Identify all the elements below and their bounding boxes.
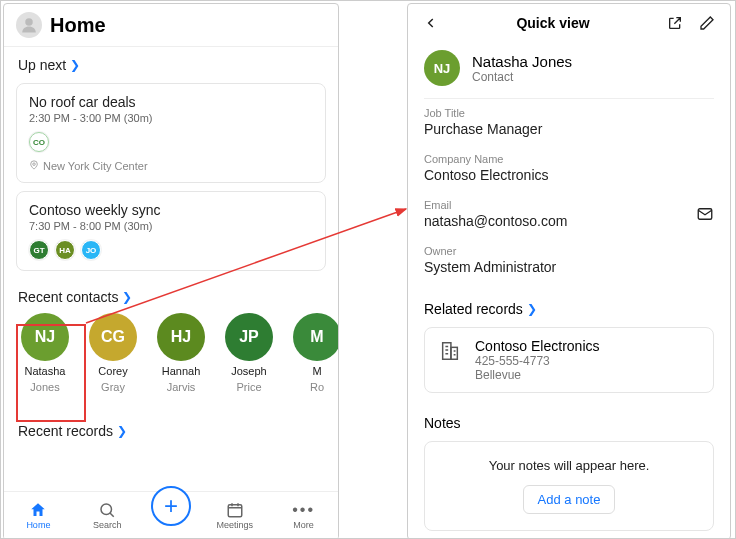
notes-section: Notes xyxy=(408,397,730,437)
recent-contacts-label: Recent contacts xyxy=(18,289,118,305)
field-email: Email natasha@contoso.com xyxy=(408,191,730,237)
nav-meetings[interactable]: Meetings xyxy=(210,501,260,530)
field-job: Job Title Purchase Manager xyxy=(408,99,730,145)
contact-last: Price xyxy=(236,381,261,393)
nav-home[interactable]: Home xyxy=(13,501,63,530)
field-owner: Owner System Administrator xyxy=(408,237,730,283)
field-value: System Administrator xyxy=(424,259,714,275)
quick-view-header: Quick view xyxy=(408,4,730,42)
contact-last: Ro xyxy=(310,381,324,393)
nav-search[interactable]: Search xyxy=(82,501,132,530)
svg-rect-3 xyxy=(228,505,242,517)
contact-first: Corey xyxy=(98,365,127,377)
event-card[interactable]: Contoso weekly sync 7:30 PM - 8:00 PM (3… xyxy=(16,191,326,271)
field-label: Job Title xyxy=(424,107,714,119)
contact-type: Contact xyxy=(472,70,572,84)
related-records-label: Related records xyxy=(424,301,523,317)
location-pin-icon xyxy=(29,160,39,172)
attendee-chip: GT xyxy=(29,240,49,260)
record-card[interactable]: Contoso Electronics 425-555-4773 Bellevu… xyxy=(424,327,714,393)
event-card[interactable]: No roof car deals 2:30 PM - 3:00 PM (30m… xyxy=(16,83,326,183)
contact-first: M xyxy=(312,365,321,377)
related-records-section[interactable]: Related records ❯ xyxy=(408,283,730,323)
svg-rect-6 xyxy=(451,347,457,359)
recent-records-label: Recent records xyxy=(18,423,113,439)
page-title: Home xyxy=(50,14,106,37)
contact-first: Natasha xyxy=(25,365,66,377)
contact-item[interactable]: JP Joseph Price xyxy=(222,313,276,393)
quick-view-screen: Quick view NJ Natasha Jones Contact Job … xyxy=(407,3,731,539)
notes-card: Your notes will appear here. Add a note xyxy=(424,441,714,531)
contact-first: Hannah xyxy=(162,365,201,377)
contact-item[interactable]: M M Ro xyxy=(290,313,338,393)
nav-more-label: More xyxy=(293,520,314,530)
chevron-right-icon: ❯ xyxy=(527,302,537,316)
field-label: Email xyxy=(424,199,567,211)
chevron-right-icon: ❯ xyxy=(70,58,80,72)
add-note-button[interactable]: Add a note xyxy=(523,485,616,514)
recent-contacts-section[interactable]: Recent contacts ❯ xyxy=(4,279,338,311)
contact-item[interactable]: HJ Hannah Jarvis xyxy=(154,313,208,393)
chevron-right-icon: ❯ xyxy=(117,424,127,438)
event-time: 2:30 PM - 3:00 PM (30m) xyxy=(29,112,313,124)
contact-name: Natasha Jones xyxy=(472,53,572,70)
building-icon xyxy=(437,338,463,364)
edit-icon[interactable] xyxy=(698,14,716,32)
record-phone: 425-555-4773 xyxy=(475,354,600,368)
attendee-chip: CO xyxy=(29,132,49,152)
field-value: natasha@contoso.com xyxy=(424,213,567,229)
chevron-right-icon: ❯ xyxy=(122,290,132,304)
home-header: Home xyxy=(4,4,338,47)
user-avatar[interactable] xyxy=(16,12,42,38)
contact-item[interactable]: CG Corey Gray xyxy=(86,313,140,393)
field-value: Purchase Manager xyxy=(424,121,714,137)
more-icon: ••• xyxy=(292,501,315,519)
contact-header: NJ Natasha Jones Contact xyxy=(408,42,730,98)
contact-item[interactable]: NJ Natasha Jones xyxy=(18,313,72,393)
open-external-icon[interactable] xyxy=(666,14,684,32)
contact-first: Joseph xyxy=(231,365,266,377)
svg-point-0 xyxy=(25,18,33,26)
home-screen: Home Up next ❯ No roof car deals 2:30 PM… xyxy=(3,3,339,539)
nav-meetings-label: Meetings xyxy=(217,520,254,530)
event-location: New York City Center xyxy=(43,160,148,172)
contact-avatar: CG xyxy=(89,313,137,361)
svg-rect-5 xyxy=(443,343,451,360)
notes-label: Notes xyxy=(424,415,461,431)
field-value: Contoso Electronics xyxy=(424,167,714,183)
contact-avatar: JP xyxy=(225,313,273,361)
event-title: No roof car deals xyxy=(29,94,313,110)
up-next-section[interactable]: Up next ❯ xyxy=(4,47,338,79)
record-city: Bellevue xyxy=(475,368,600,382)
contact-avatar-large: NJ xyxy=(424,50,460,86)
mail-icon[interactable] xyxy=(696,205,714,223)
back-button[interactable] xyxy=(422,14,440,32)
nav-search-label: Search xyxy=(93,520,122,530)
contact-avatar: HJ xyxy=(157,313,205,361)
notes-empty-text: Your notes will appear here. xyxy=(441,458,697,473)
field-company: Company Name Contoso Electronics xyxy=(408,145,730,191)
recent-records-section[interactable]: Recent records ❯ xyxy=(4,413,338,445)
nav-home-label: Home xyxy=(26,520,50,530)
record-name: Contoso Electronics xyxy=(475,338,600,354)
quick-view-title: Quick view xyxy=(516,15,589,31)
up-next-label: Up next xyxy=(18,57,66,73)
bottom-nav: Home Search + Meetings ••• More xyxy=(4,491,338,539)
attendee-chip: HA xyxy=(55,240,75,260)
field-label: Owner xyxy=(424,245,714,257)
event-time: 7:30 PM - 8:00 PM (30m) xyxy=(29,220,313,232)
contact-avatar: M xyxy=(293,313,338,361)
contact-last: Gray xyxy=(101,381,125,393)
event-title: Contoso weekly sync xyxy=(29,202,313,218)
fab-add-button[interactable]: + xyxy=(151,486,191,526)
attendee-chip: JO xyxy=(81,240,101,260)
contacts-row: NJ Natasha Jones CG Corey Gray HJ Hannah… xyxy=(4,311,338,395)
contact-last: Jones xyxy=(30,381,59,393)
svg-point-2 xyxy=(101,504,112,515)
contact-last: Jarvis xyxy=(167,381,196,393)
contact-avatar: NJ xyxy=(21,313,69,361)
field-label: Company Name xyxy=(424,153,714,165)
nav-more[interactable]: ••• More xyxy=(279,501,329,530)
svg-point-1 xyxy=(33,163,36,166)
